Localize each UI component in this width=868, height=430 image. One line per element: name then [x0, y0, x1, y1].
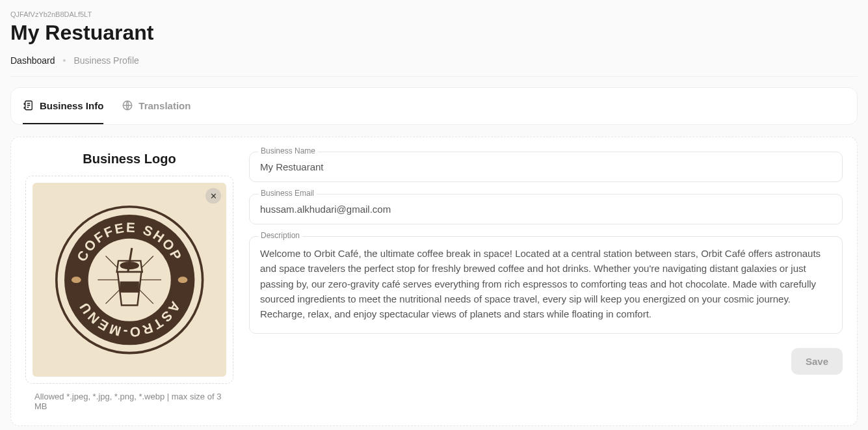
globe-icon — [122, 100, 133, 111]
tab-label: Translation — [138, 100, 191, 111]
record-id: QJFAfVzYb2nB8DALf5LT — [10, 10, 858, 18]
logo-heading: Business Logo — [25, 152, 233, 167]
page-title: My Restuarant — [10, 21, 858, 45]
form-icon — [23, 100, 34, 111]
tab-label: Business Info — [40, 100, 103, 111]
coffee-shop-logo: COFFEE SHOP ASTRO-MENU — [50, 200, 209, 359]
business-name-group: Business Name — [249, 152, 843, 182]
tab-business-info[interactable]: Business Info — [23, 88, 103, 124]
description-group: Description — [249, 236, 843, 336]
breadcrumb: Dashboard • Business Profile — [10, 55, 858, 77]
form-actions: Save — [249, 348, 843, 375]
business-email-input[interactable] — [249, 194, 843, 224]
logo-panel: Business Logo ✕ COFFEE SHOP — [25, 152, 233, 411]
business-email-group: Business Email — [249, 194, 843, 224]
business-email-label: Business Email — [258, 189, 317, 198]
description-label: Description — [258, 231, 302, 240]
save-button[interactable]: Save — [791, 348, 843, 375]
tabs-container: Business Info Translation — [10, 87, 858, 125]
logo-dropzone[interactable]: ✕ COFFEE SHOP ASTRO-MENU — [25, 176, 233, 384]
tab-translation[interactable]: Translation — [122, 88, 191, 124]
close-icon: ✕ — [210, 192, 217, 200]
remove-logo-button[interactable]: ✕ — [205, 188, 221, 204]
svg-point-7 — [72, 276, 81, 283]
business-name-label: Business Name — [258, 146, 318, 155]
breadcrumb-separator: • — [63, 55, 66, 66]
upload-hint: Allowed *.jpeg, *.jpg, *.png, *.webp | m… — [25, 392, 233, 411]
content-card: Business Logo ✕ COFFEE SHOP — [10, 137, 858, 426]
breadcrumb-current: Business Profile — [73, 55, 138, 66]
form-panel: Business Name Business Email Description… — [249, 152, 843, 411]
description-input[interactable] — [249, 236, 843, 334]
logo-preview: ✕ COFFEE SHOP ASTRO-MENU — [33, 183, 226, 377]
breadcrumb-dashboard[interactable]: Dashboard — [10, 55, 55, 66]
svg-rect-16 — [120, 281, 138, 292]
business-name-input[interactable] — [249, 152, 843, 182]
svg-point-8 — [178, 276, 188, 283]
